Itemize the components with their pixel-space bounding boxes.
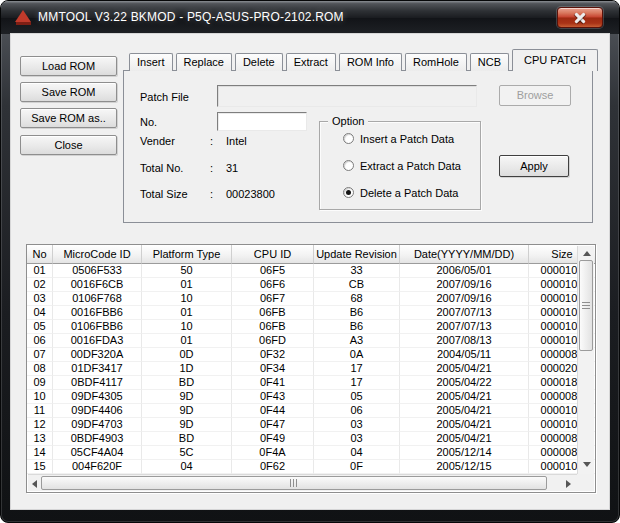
browse-button: Browse (499, 85, 571, 106)
cell-platform-type: 0D (142, 348, 232, 362)
column-header-cpu-id[interactable]: CPU ID (232, 245, 314, 264)
total-no-row: Total No.:31 (140, 162, 238, 174)
cell-platform-type: 10 (142, 320, 232, 334)
table-row[interactable]: 02 0016F6CB 01 06F6 CB 2007/09/16 000010… (27, 278, 595, 292)
table-row[interactable]: 10 09DF4305 9D 0F43 05 2005/04/21 000008… (27, 390, 595, 404)
radio-unselected-icon (343, 160, 354, 171)
table-row[interactable]: 06 0016FDA3 01 06FD A3 2007/08/13 000010… (27, 334, 595, 348)
cell-date: 2005/04/21 (400, 390, 529, 404)
tab-ncb[interactable]: NCB (470, 53, 509, 71)
cell-date: 2005/04/22 (400, 376, 529, 390)
tab-rom-info[interactable]: ROM Info (339, 53, 402, 71)
cell-update-revision: 03 (314, 418, 400, 432)
cell-date: 2004/05/11 (400, 348, 529, 362)
cell-cpu-id: 0F49 (232, 432, 314, 446)
cell-platform-type: 5C (142, 446, 232, 460)
cell-no: 08 (27, 362, 53, 376)
table-row[interactable]: 03 0106F768 10 06F7 68 2007/09/16 000010… (27, 292, 595, 306)
cell-cpu-id: 0F62 (232, 460, 314, 474)
cell-microcode-id: 0016FDA3 (53, 334, 142, 348)
column-header-date[interactable]: Date(YYYY/MM/DD) (400, 245, 529, 264)
cell-microcode-id: 0BDF4903 (53, 432, 142, 446)
scroll-right-button[interactable] (561, 475, 575, 492)
cell-update-revision: A3 (314, 334, 400, 348)
tab-romhole[interactable]: RomHole (405, 53, 467, 71)
titlebar[interactable]: MMTOOL V3.22 BKMOD - P5Q-ASUS-PRO-2102.R… (1, 1, 619, 34)
total-size-label: Total Size (140, 188, 210, 200)
cell-no: 02 (27, 278, 53, 292)
cell-platform-type: 01 (142, 334, 232, 348)
column-header-update-revision[interactable]: Update Revision (314, 245, 400, 264)
table-row[interactable]: 09 0BDF4117 BD 0F41 17 2005/04/22 000018… (27, 376, 595, 390)
vertical-scrollbar[interactable] (577, 246, 594, 474)
vender-row: Vender:Intel (140, 135, 247, 147)
ami-logo-icon (15, 10, 32, 25)
cell-cpu-id: 06F5 (232, 264, 314, 278)
cell-cpu-id: 06FB (232, 320, 314, 334)
cell-microcode-id: 09DF4305 (53, 390, 142, 404)
cell-update-revision: B6 (314, 306, 400, 320)
scroll-down-icon (583, 462, 591, 467)
table-row[interactable]: 11 09DF4406 9D 0F44 06 2005/04/21 000010… (27, 404, 595, 418)
cell-update-revision: 03 (314, 432, 400, 446)
radio-unselected-icon (343, 133, 354, 144)
table-row[interactable]: 05 0106FBB6 10 06FB B6 2007/07/13 000010… (27, 320, 595, 334)
horizontal-scrollbar[interactable] (28, 474, 577, 491)
vertical-scroll-thumb[interactable] (579, 260, 593, 351)
cell-date: 2005/04/21 (400, 418, 529, 432)
radio-delete-patch-data[interactable]: Delete a Patch Data (343, 186, 458, 199)
cell-no: 12 (27, 418, 53, 432)
table-row[interactable]: 07 00DF320A 0D 0F32 0A 2004/05/11 000008… (27, 348, 595, 362)
cell-no: 06 (27, 334, 53, 348)
cell-microcode-id: 0016F6CB (53, 278, 142, 292)
patch-no-input[interactable] (217, 112, 307, 131)
column-header-no[interactable]: No (27, 245, 53, 264)
close-icon (574, 11, 587, 24)
cell-no: 14 (27, 446, 53, 460)
save-rom-button[interactable]: Save ROM (20, 82, 117, 102)
radio-extract-patch-data[interactable]: Extract a Patch Data (343, 159, 461, 172)
cell-no: 09 (27, 376, 53, 390)
microcode-table: No MicroCode ID Platform Type CPU ID Upd… (26, 244, 596, 493)
tab-replace[interactable]: Replace (176, 53, 232, 71)
column-header-microcode-id[interactable]: MicroCode ID (53, 245, 142, 264)
scroll-up-button[interactable] (578, 246, 595, 261)
cell-platform-type: BD (142, 376, 232, 390)
save-rom-as-button[interactable]: Save ROM as.. (20, 108, 117, 128)
table-row[interactable]: 14 05CF4A04 5C 0F4A 04 2005/12/14 000008… (27, 446, 595, 460)
table-row[interactable]: 08 01DF3417 1D 0F34 17 2005/04/21 000020… (27, 362, 595, 376)
radio-selected-icon (343, 187, 354, 198)
close-button[interactable] (557, 7, 603, 28)
cell-platform-type: 9D (142, 418, 232, 432)
tab-insert[interactable]: Insert (129, 53, 173, 71)
cell-microcode-id: 0506F533 (53, 264, 142, 278)
cell-date: 2007/08/13 (400, 334, 529, 348)
column-header-platform-type[interactable]: Platform Type (142, 245, 232, 264)
table-row[interactable]: 12 09DF4703 9D 0F47 03 2005/04/21 000010… (27, 418, 595, 432)
tab-extract[interactable]: Extract (286, 53, 336, 71)
tab-cpu-patch[interactable]: CPU PATCH (512, 49, 598, 71)
scroll-down-button[interactable] (578, 457, 595, 471)
patch-file-label: Patch File (140, 91, 189, 103)
cell-cpu-id: 0F41 (232, 376, 314, 390)
window-title: MMTOOL V3.22 BKMOD - P5Q-ASUS-PRO-2102.R… (38, 1, 344, 34)
cell-cpu-id: 0F43 (232, 390, 314, 404)
radio-insert-patch-data[interactable]: Insert a Patch Data (343, 132, 454, 145)
table-row[interactable]: 04 0016FBB6 01 06FB B6 2007/07/13 000010… (27, 306, 595, 320)
load-rom-button[interactable]: Load ROM (20, 56, 117, 76)
table-row[interactable]: 13 0BDF4903 BD 0F49 03 2005/04/21 000008… (27, 432, 595, 446)
tab-delete[interactable]: Delete (235, 53, 283, 71)
cell-date: 2005/04/21 (400, 362, 529, 376)
apply-button[interactable]: Apply (499, 155, 569, 177)
cell-date: 2005/04/21 (400, 404, 529, 418)
table-row[interactable]: 01 0506F533 50 06F5 33 2006/05/01 000010… (27, 264, 595, 278)
cell-microcode-id: 0106F768 (53, 292, 142, 306)
thumb-grip-icon (290, 479, 298, 487)
horizontal-scroll-thumb[interactable] (41, 476, 547, 490)
radio-extract-label: Extract a Patch Data (360, 160, 461, 172)
close-rom-button[interactable]: Close (20, 135, 117, 155)
cell-platform-type: 04 (142, 460, 232, 474)
scroll-left-button[interactable] (28, 475, 41, 492)
table-row[interactable]: 15 004F620F 04 0F62 0F 2005/12/15 000010… (27, 460, 595, 474)
cell-update-revision: 17 (314, 376, 400, 390)
